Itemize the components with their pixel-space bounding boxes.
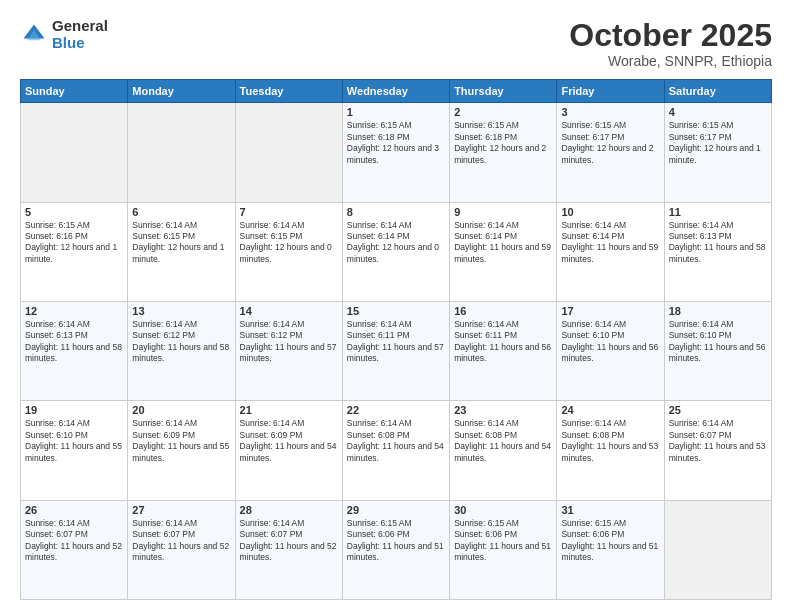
calendar: SundayMondayTuesdayWednesdayThursdayFrid… <box>20 79 772 600</box>
day-number: 15 <box>347 305 445 317</box>
day-info: Daylight: 11 hours and 51 minutes. <box>347 541 445 564</box>
day-info: Sunrise: 6:14 AM <box>25 518 123 529</box>
day-info: Daylight: 11 hours and 56 minutes. <box>669 342 767 365</box>
day-info: Sunrise: 6:14 AM <box>132 220 230 231</box>
day-info: Sunrise: 6:14 AM <box>454 220 552 231</box>
day-info: Sunrise: 6:15 AM <box>347 120 445 131</box>
day-info: Sunset: 6:08 PM <box>454 430 552 441</box>
calendar-cell: 19Sunrise: 6:14 AMSunset: 6:10 PMDayligh… <box>21 401 128 500</box>
day-info: Daylight: 11 hours and 59 minutes. <box>561 242 659 265</box>
day-info: Sunrise: 6:14 AM <box>561 319 659 330</box>
day-info: Sunset: 6:14 PM <box>561 231 659 242</box>
day-info: Daylight: 11 hours and 55 minutes. <box>132 441 230 464</box>
main-title: October 2025 <box>569 18 772 53</box>
day-header-saturday: Saturday <box>664 80 771 103</box>
calendar-cell: 6Sunrise: 6:14 AMSunset: 6:15 PMDaylight… <box>128 202 235 301</box>
day-number: 23 <box>454 404 552 416</box>
day-info: Sunrise: 6:14 AM <box>454 418 552 429</box>
day-info: Sunset: 6:15 PM <box>240 231 338 242</box>
day-number: 8 <box>347 206 445 218</box>
day-info: Sunrise: 6:14 AM <box>132 319 230 330</box>
day-info: Sunset: 6:10 PM <box>561 330 659 341</box>
title-block: October 2025 Worabe, SNNPR, Ethiopia <box>569 18 772 69</box>
day-info: Daylight: 11 hours and 56 minutes. <box>561 342 659 365</box>
day-header-row: SundayMondayTuesdayWednesdayThursdayFrid… <box>21 80 772 103</box>
day-info: Sunrise: 6:15 AM <box>25 220 123 231</box>
day-number: 27 <box>132 504 230 516</box>
day-info: Sunset: 6:08 PM <box>347 430 445 441</box>
day-number: 1 <box>347 106 445 118</box>
day-info: Daylight: 12 hours and 2 minutes. <box>454 143 552 166</box>
day-number: 29 <box>347 504 445 516</box>
logo-text: General Blue <box>52 18 108 51</box>
day-info: Sunset: 6:18 PM <box>347 132 445 143</box>
day-number: 2 <box>454 106 552 118</box>
day-header-thursday: Thursday <box>450 80 557 103</box>
calendar-cell: 11Sunrise: 6:14 AMSunset: 6:13 PMDayligh… <box>664 202 771 301</box>
page-header: General Blue October 2025 Worabe, SNNPR,… <box>20 18 772 69</box>
day-info: Sunset: 6:08 PM <box>561 430 659 441</box>
day-header-sunday: Sunday <box>21 80 128 103</box>
day-info: Sunset: 6:10 PM <box>25 430 123 441</box>
calendar-cell: 27Sunrise: 6:14 AMSunset: 6:07 PMDayligh… <box>128 500 235 599</box>
calendar-cell: 3Sunrise: 6:15 AMSunset: 6:17 PMDaylight… <box>557 103 664 202</box>
day-info: Daylight: 12 hours and 0 minutes. <box>240 242 338 265</box>
calendar-cell <box>128 103 235 202</box>
calendar-cell <box>235 103 342 202</box>
day-info: Sunrise: 6:14 AM <box>25 319 123 330</box>
day-info: Daylight: 11 hours and 58 minutes. <box>132 342 230 365</box>
day-number: 10 <box>561 206 659 218</box>
day-number: 7 <box>240 206 338 218</box>
day-info: Daylight: 11 hours and 52 minutes. <box>25 541 123 564</box>
calendar-cell: 4Sunrise: 6:15 AMSunset: 6:17 PMDaylight… <box>664 103 771 202</box>
day-number: 30 <box>454 504 552 516</box>
day-info: Daylight: 12 hours and 2 minutes. <box>561 143 659 166</box>
calendar-cell: 1Sunrise: 6:15 AMSunset: 6:18 PMDaylight… <box>342 103 449 202</box>
day-info: Sunrise: 6:14 AM <box>240 220 338 231</box>
day-info: Sunrise: 6:15 AM <box>454 120 552 131</box>
day-info: Daylight: 12 hours and 1 minute. <box>669 143 767 166</box>
day-info: Sunset: 6:07 PM <box>132 529 230 540</box>
day-info: Sunset: 6:12 PM <box>240 330 338 341</box>
calendar-cell: 12Sunrise: 6:14 AMSunset: 6:13 PMDayligh… <box>21 301 128 400</box>
day-info: Sunset: 6:07 PM <box>669 430 767 441</box>
calendar-cell: 23Sunrise: 6:14 AMSunset: 6:08 PMDayligh… <box>450 401 557 500</box>
calendar-cell: 17Sunrise: 6:14 AMSunset: 6:10 PMDayligh… <box>557 301 664 400</box>
day-number: 24 <box>561 404 659 416</box>
day-header-tuesday: Tuesday <box>235 80 342 103</box>
day-info: Sunrise: 6:15 AM <box>454 518 552 529</box>
day-number: 16 <box>454 305 552 317</box>
day-info: Daylight: 11 hours and 55 minutes. <box>25 441 123 464</box>
day-info: Sunrise: 6:15 AM <box>669 120 767 131</box>
day-info: Sunrise: 6:14 AM <box>561 418 659 429</box>
day-info: Sunrise: 6:14 AM <box>347 220 445 231</box>
day-number: 21 <box>240 404 338 416</box>
calendar-cell <box>664 500 771 599</box>
calendar-cell: 30Sunrise: 6:15 AMSunset: 6:06 PMDayligh… <box>450 500 557 599</box>
day-info: Sunrise: 6:14 AM <box>669 319 767 330</box>
day-info: Sunrise: 6:14 AM <box>454 319 552 330</box>
day-number: 25 <box>669 404 767 416</box>
day-number: 14 <box>240 305 338 317</box>
calendar-cell: 9Sunrise: 6:14 AMSunset: 6:14 PMDaylight… <box>450 202 557 301</box>
day-number: 5 <box>25 206 123 218</box>
calendar-cell: 5Sunrise: 6:15 AMSunset: 6:16 PMDaylight… <box>21 202 128 301</box>
calendar-cell: 26Sunrise: 6:14 AMSunset: 6:07 PMDayligh… <box>21 500 128 599</box>
day-info: Daylight: 11 hours and 58 minutes. <box>669 242 767 265</box>
calendar-cell: 28Sunrise: 6:14 AMSunset: 6:07 PMDayligh… <box>235 500 342 599</box>
calendar-cell: 15Sunrise: 6:14 AMSunset: 6:11 PMDayligh… <box>342 301 449 400</box>
day-info: Sunrise: 6:15 AM <box>347 518 445 529</box>
day-info: Daylight: 11 hours and 51 minutes. <box>454 541 552 564</box>
day-info: Sunset: 6:09 PM <box>132 430 230 441</box>
day-info: Sunrise: 6:14 AM <box>240 518 338 529</box>
day-info: Daylight: 12 hours and 1 minute. <box>132 242 230 265</box>
day-number: 11 <box>669 206 767 218</box>
calendar-cell: 24Sunrise: 6:14 AMSunset: 6:08 PMDayligh… <box>557 401 664 500</box>
day-info: Sunrise: 6:14 AM <box>240 418 338 429</box>
subtitle: Worabe, SNNPR, Ethiopia <box>569 53 772 69</box>
day-info: Sunrise: 6:15 AM <box>561 120 659 131</box>
day-header-friday: Friday <box>557 80 664 103</box>
calendar-cell: 20Sunrise: 6:14 AMSunset: 6:09 PMDayligh… <box>128 401 235 500</box>
calendar-cell: 25Sunrise: 6:14 AMSunset: 6:07 PMDayligh… <box>664 401 771 500</box>
calendar-cell: 14Sunrise: 6:14 AMSunset: 6:12 PMDayligh… <box>235 301 342 400</box>
